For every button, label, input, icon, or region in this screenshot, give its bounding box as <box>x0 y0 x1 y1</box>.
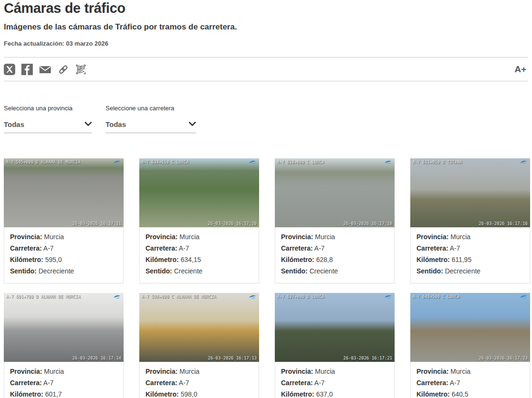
field-label: Sentido: <box>416 267 443 275</box>
field-label: Carretera: <box>281 244 313 252</box>
camera-image[interactable]: A-7 634+150 C LORCA26-03-2026 16:17:20 <box>139 158 259 227</box>
field-value: A-7 <box>314 244 325 252</box>
page-subtitle: Imágenes de las cámaras de Tráfico por t… <box>4 22 528 32</box>
road-select[interactable]: Todas <box>106 120 196 133</box>
font-size-increase-button[interactable]: A+ <box>514 64 528 75</box>
camera-image[interactable]: A-7 637+000 D LORCA26-03-2026 16:17:21 <box>275 293 395 362</box>
camera-card[interactable]: A-7 601+700 D ALHAMA DE MURCIA26-03-2026… <box>4 293 124 398</box>
camera-direction-line: Sentido: Creciente <box>281 265 388 277</box>
camera-image[interactable]: A-7 595+000 D ALHAMA DE MURCIA26-03-2026… <box>4 158 124 227</box>
field-label: Sentido: <box>281 267 308 275</box>
field-label: Provincia: <box>10 368 42 375</box>
camera-overlay-label: A-7 634+150 C LORCA <box>142 160 189 165</box>
field-value: A-7 <box>43 379 54 387</box>
camera-timestamp: 26-03-2026 16:17:11 <box>72 221 121 226</box>
camera-road-line: Carretera: A-7 <box>10 243 117 254</box>
share-qr-code-icon[interactable] <box>75 64 87 75</box>
camera-timestamp: 26-03-2026 16:17:23 <box>479 356 528 360</box>
province-select-value: Todas <box>4 120 24 128</box>
field-label: Carretera: <box>416 244 448 252</box>
province-filter-label: Selecciona una provincia <box>4 105 92 112</box>
camera-grid: A-7 595+000 D ALHAMA DE MURCIA26-03-2026… <box>4 158 528 398</box>
field-value: A-7 <box>179 244 189 252</box>
camera-info: Provincia: MurciaCarretera: A-7Kilómetro… <box>275 227 395 283</box>
camera-timestamp: 26-03-2026 16:17:18 <box>343 221 392 226</box>
camera-info: Provincia: MurciaCarretera: A-7Kilómetro… <box>139 227 259 283</box>
camera-province-line: Provincia: Murcia <box>10 366 117 377</box>
field-value: 598,0 <box>181 390 197 398</box>
camera-timestamp: 26-03-2026 16:17:16 <box>479 221 528 226</box>
camera-card[interactable]: A-7 595+000 D ALHAMA DE MURCIA26-03-2026… <box>4 158 124 283</box>
camera-info: Provincia: MurciaCarretera: A-7Kilómetro… <box>410 362 530 398</box>
field-label: Carretera: <box>145 379 177 387</box>
camera-km-line: Kilómetro: 637,0 <box>281 388 388 398</box>
road-filter-label: Seleccione una carretera <box>106 105 196 112</box>
camera-image[interactable]: A-7 601+700 D ALHAMA DE MURCIA26-03-2026… <box>4 293 124 362</box>
camera-image[interactable]: A-7 598+000 C ALHAMA DE MURCIA26-03-2026… <box>139 293 259 362</box>
field-label: Provincia: <box>416 368 449 375</box>
camera-overlay-label: A-7 595+000 D ALHAMA DE MURCIA <box>6 160 81 165</box>
camera-image[interactable]: A-7 611+950 D TOTANA26-03-2026 16:17:16 <box>410 158 530 227</box>
camera-province-line: Provincia: Murcia <box>145 366 253 377</box>
camera-card[interactable]: A-7 628+800 C LORCA26-03-2026 16:17:18Pr… <box>275 158 395 283</box>
field-value: A-7 <box>179 379 189 387</box>
field-value: 595,0 <box>45 256 62 263</box>
camera-province-line: Provincia: Murcia <box>281 231 388 243</box>
camera-km-line: Kilómetro: 611,95 <box>416 254 524 265</box>
province-select[interactable]: Todas <box>4 120 92 133</box>
camera-road-line: Carretera: A-7 <box>145 377 253 388</box>
field-label: Kilómetro: <box>416 256 450 263</box>
field-label: Kilómetro: <box>416 390 450 398</box>
field-value: A-7 <box>450 244 460 252</box>
chevron-down-icon <box>189 120 196 128</box>
field-value: 640,5 <box>452 390 468 398</box>
field-label: Provincia: <box>281 368 313 375</box>
field-label: Provincia: <box>281 233 313 241</box>
field-label: Carretera: <box>281 379 313 387</box>
field-label: Carretera: <box>10 244 42 252</box>
field-value: Murcia <box>315 368 335 375</box>
camera-province-line: Provincia: Murcia <box>416 231 524 243</box>
chevron-down-icon <box>85 120 92 128</box>
camera-timestamp: 26-03-2026 16:17:20 <box>208 221 257 226</box>
share-email-icon[interactable] <box>39 64 51 75</box>
field-value: 601,7 <box>45 390 62 398</box>
camera-card[interactable]: A-7 640+500 C LORCA26-03-2026 16:17:23Pr… <box>410 293 530 398</box>
camera-card[interactable]: A-7 611+950 D TOTANA26-03-2026 16:17:16P… <box>410 158 530 283</box>
camera-card[interactable]: A-7 634+150 C LORCA26-03-2026 16:17:20Pr… <box>139 158 259 283</box>
dgt-logo-icon <box>249 160 256 165</box>
camera-card[interactable]: A-7 637+000 D LORCA26-03-2026 16:17:21Pr… <box>275 293 395 398</box>
field-value: Murcia <box>180 233 200 241</box>
camera-overlay-label: A-7 601+700 D ALHAMA DE MURCIA <box>6 295 81 299</box>
field-value: Murcia <box>451 368 471 375</box>
field-label: Kilómetro: <box>145 256 179 263</box>
last-updated-date: Fecha actualización: 03 marzo 2026 <box>4 40 528 47</box>
camera-overlay-label: A-7 637+000 D LORCA <box>277 295 324 299</box>
road-select-value: Todas <box>106 120 126 128</box>
field-value: Murcia <box>44 233 64 241</box>
camera-info: Provincia: MurciaCarretera: A-7Kilómetro… <box>4 227 124 283</box>
field-label: Carretera: <box>145 244 177 252</box>
dgt-logo-icon <box>113 295 121 299</box>
camera-image[interactable]: A-7 640+500 C LORCA26-03-2026 16:17:23 <box>410 293 530 362</box>
field-label: Kilómetro: <box>145 390 179 398</box>
share-x-twitter-icon[interactable] <box>4 64 15 75</box>
field-value: 628,8 <box>316 256 333 263</box>
page-title: Cámaras de tráfico <box>4 0 528 16</box>
camera-road-line: Carretera: A-7 <box>281 243 388 254</box>
camera-card[interactable]: A-7 598+000 C ALHAMA DE MURCIA26-03-2026… <box>139 293 259 398</box>
field-label: Provincia: <box>145 368 178 375</box>
field-value: 634,15 <box>181 256 201 263</box>
camera-province-line: Provincia: Murcia <box>281 366 388 377</box>
camera-km-line: Kilómetro: 595,0 <box>10 254 117 265</box>
field-value: A-7 <box>450 379 460 387</box>
dgt-logo-icon <box>384 160 392 165</box>
field-label: Provincia: <box>145 233 178 241</box>
camera-km-line: Kilómetro: 598,0 <box>145 388 253 398</box>
camera-image[interactable]: A-7 628+800 C LORCA26-03-2026 16:17:18 <box>275 158 395 227</box>
divider <box>4 81 528 81</box>
field-value: A-7 <box>314 379 325 387</box>
share-facebook-icon[interactable] <box>21 64 33 75</box>
share-link-icon[interactable] <box>58 64 69 75</box>
dgt-logo-icon <box>249 295 256 299</box>
